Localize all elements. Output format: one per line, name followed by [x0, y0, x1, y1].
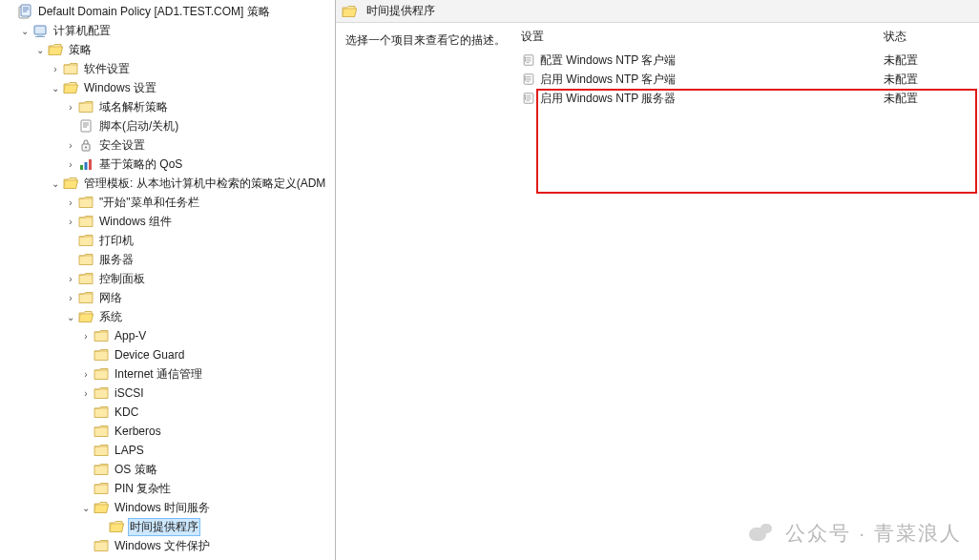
tree-iscsi[interactable]: › iSCSI — [0, 384, 335, 403]
computer-icon — [32, 23, 48, 38]
tree-label: 策略 — [67, 41, 94, 59]
description-column: 选择一个项目来查看它的描述。 — [336, 23, 517, 560]
tree-policies[interactable]: ⌄ 策略 — [0, 40, 335, 59]
tree-computer-config[interactable]: ⌄ 计算机配置 — [0, 21, 335, 40]
tree-label: Windows 组件 — [97, 213, 174, 231]
tree-label: 软件设置 — [82, 60, 132, 78]
setting-state: 未配置 — [884, 52, 950, 69]
tree-label: Windows 时间服务 — [113, 499, 212, 517]
setting-name: 启用 Windows NTP 服务器 — [540, 91, 884, 107]
col-header-setting[interactable]: 设置 — [521, 29, 884, 45]
tree-admin-templates[interactable]: ⌄ 管理模板: 从本地计算机中检索的策略定义(ADM — [0, 174, 335, 193]
expand-toggle[interactable]: › — [63, 156, 78, 172]
description-text: 选择一个项目来查看它的描述。 — [345, 33, 506, 47]
tree-kdc[interactable]: ▸ KDC — [0, 403, 335, 422]
tree-os-policy[interactable]: ▸ OS 策略 — [0, 460, 335, 479]
folder-icon — [78, 309, 94, 324]
setting-row[interactable]: 启用 Windows NTP 服务器 未配置 — [517, 89, 979, 108]
collapse-toggle[interactable]: ⌄ — [78, 500, 94, 515]
collapse-toggle[interactable]: ⌄ — [17, 23, 32, 38]
tree-label: 基于策略的 QoS — [97, 156, 184, 174]
tree-software-settings[interactable]: › 软件设置 — [0, 59, 335, 78]
tree-servers[interactable]: ▸ 服务器 — [0, 250, 335, 269]
folder-icon — [342, 4, 357, 19]
tree-file-protect[interactable]: ▸ Windows 文件保护 — [0, 536, 335, 555]
tree-laps[interactable]: ▸ LAPS — [0, 441, 335, 460]
tree-appv[interactable]: › App-V — [0, 326, 335, 345]
setting-row[interactable]: 启用 Windows NTP 客户端 未配置 — [517, 70, 979, 89]
setting-state: 未配置 — [884, 72, 950, 88]
tree-security[interactable]: › 安全设置 — [0, 135, 335, 155]
tree-label: 控制面板 — [97, 270, 147, 288]
expand-toggle[interactable]: › — [48, 61, 63, 76]
tree-network[interactable]: › 网络 — [0, 288, 335, 307]
tree-system[interactable]: ⌄ 系统 — [0, 307, 335, 326]
settings-column: 设置 状态 配置 Windows NTP 客户端 未配置 启用 Windows … — [517, 23, 979, 560]
setting-row[interactable]: 配置 Windows NTP 客户端 未配置 — [517, 51, 979, 70]
setting-icon — [521, 91, 536, 106]
expand-toggle[interactable]: › — [63, 99, 78, 114]
tree-windows-components[interactable]: › Windows 组件 — [0, 212, 335, 231]
tree-scripts[interactable]: ▸ 脚本(启动/关机) — [0, 116, 335, 135]
folder-icon — [94, 366, 109, 382]
tree-time-providers[interactable]: ▸ 时间提供程序 — [0, 517, 335, 536]
folder-icon — [78, 233, 94, 248]
col-header-state[interactable]: 状态 — [884, 29, 950, 45]
details-header: 时间提供程序 — [336, 0, 979, 23]
tree-device-guard[interactable]: ▸ Device Guard — [0, 345, 335, 364]
expand-toggle[interactable]: › — [63, 290, 78, 305]
tree-printers[interactable]: ▸ 打印机 — [0, 231, 335, 250]
tree-label: 打印机 — [97, 232, 135, 250]
tree-label: KDC — [113, 404, 140, 420]
folder-icon — [63, 80, 78, 95]
tree-label: Internet 通信管理 — [113, 365, 204, 384]
expand-toggle[interactable]: › — [63, 271, 78, 286]
tree-qos[interactable]: › 基于策略的 QoS — [0, 155, 335, 174]
folder-icon — [48, 42, 63, 57]
tree-label: 脚本(启动/关机) — [97, 117, 180, 135]
folder-icon — [78, 195, 94, 210]
setting-name: 启用 Windows NTP 客户端 — [540, 72, 884, 88]
setting-name: 配置 Windows NTP 客户端 — [540, 52, 884, 69]
folder-icon — [78, 271, 94, 286]
folder-icon — [94, 481, 109, 496]
policy-tree[interactable]: ▸ Default Domain Policy [AD1.TEST.COM] 策… — [0, 2, 335, 555]
expand-toggle[interactable]: › — [78, 385, 94, 401]
column-headers[interactable]: 设置 状态 — [517, 29, 979, 45]
tree-start-taskbar[interactable]: › "开始"菜单和任务栏 — [0, 193, 335, 212]
collapse-toggle[interactable]: ⌄ — [63, 309, 78, 324]
tree-label: Windows 设置 — [82, 79, 158, 97]
folder-icon — [94, 404, 109, 420]
collapse-toggle[interactable]: ⌄ — [48, 176, 63, 191]
expand-toggle[interactable]: › — [63, 214, 78, 229]
folder-icon — [63, 61, 78, 76]
folder-icon — [78, 290, 94, 305]
tree-windows-settings[interactable]: ⌄ Windows 设置 — [0, 78, 335, 97]
settings-list: 配置 Windows NTP 客户端 未配置 启用 Windows NTP 客户… — [517, 51, 979, 108]
folder-icon — [78, 214, 94, 229]
folder-icon — [94, 385, 109, 401]
tree-name-resolution[interactable]: › 域名解析策略 — [0, 97, 335, 116]
expand-toggle[interactable]: › — [63, 195, 78, 210]
expand-toggle[interactable]: › — [78, 328, 94, 343]
folder-icon — [78, 252, 94, 267]
tree-pin-complexity[interactable]: ▸ PIN 复杂性 — [0, 479, 335, 498]
expand-toggle[interactable]: › — [63, 137, 78, 153]
expand-toggle[interactable]: › — [78, 366, 94, 382]
folder-icon — [63, 176, 78, 191]
tree-kerberos[interactable]: ▸ Kerberos — [0, 422, 335, 441]
tree-label: 管理模板: 从本地计算机中检索的策略定义(ADM — [82, 175, 327, 193]
setting-icon — [521, 52, 536, 68]
collapse-toggle[interactable]: ⌄ — [32, 42, 48, 57]
tree-internet-comm[interactable]: › Internet 通信管理 — [0, 364, 335, 384]
folder-icon — [94, 462, 109, 477]
tree-label: 计算机配置 — [52, 22, 113, 40]
tree-control-panel[interactable]: › 控制面板 — [0, 269, 335, 288]
details-title: 时间提供程序 — [366, 3, 435, 19]
tree-root[interactable]: ▸ Default Domain Policy [AD1.TEST.COM] 策… — [0, 2, 335, 21]
tree-time-service[interactable]: ⌄ Windows 时间服务 — [0, 498, 335, 517]
collapse-toggle[interactable]: ⌄ — [48, 80, 63, 95]
tree-label: "开始"菜单和任务栏 — [97, 194, 201, 212]
tree-label-selected: 时间提供程序 — [128, 518, 200, 536]
policy-icon — [17, 4, 32, 19]
